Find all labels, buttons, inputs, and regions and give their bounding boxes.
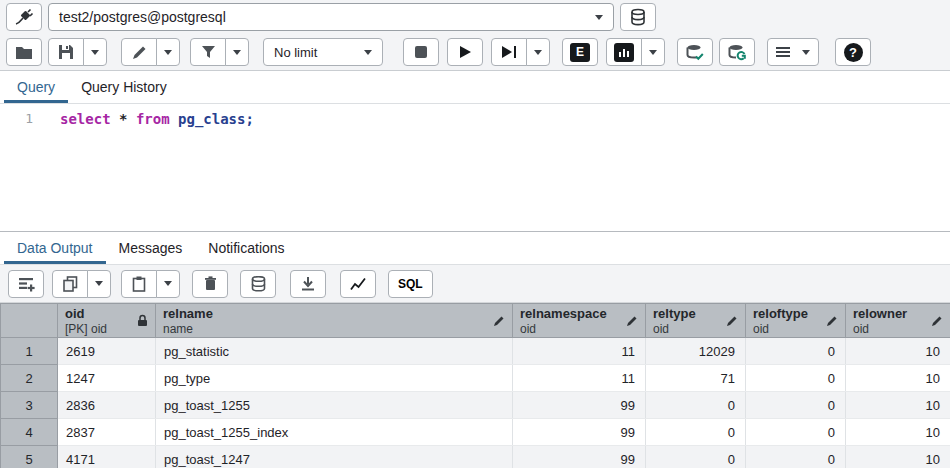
column-header-oid[interactable]: oid [PK] oid [58, 304, 156, 338]
download-csv-button[interactable] [290, 270, 326, 298]
play-cursor-icon [501, 45, 517, 59]
row-number[interactable]: 3 [1, 392, 58, 419]
cell-relnamespace[interactable]: 99 [513, 392, 646, 419]
column-type: [PK] oid [65, 322, 107, 336]
query-tool-plug-icon [14, 8, 34, 26]
copy-button[interactable] [52, 270, 88, 298]
tab-data-output-label: Data Output [17, 240, 93, 256]
cancel-query-button[interactable] [403, 38, 439, 66]
sql-keyword: select [60, 111, 111, 127]
edit-menu-button[interactable] [121, 38, 157, 66]
paste-options-button[interactable] [156, 270, 180, 298]
execute-options-button[interactable] [526, 38, 550, 66]
cell-reloftype[interactable]: 0 [746, 419, 846, 446]
delete-row-button[interactable] [192, 270, 228, 298]
edit-column-icon[interactable] [493, 315, 505, 327]
cell-relname[interactable]: pg_statistic [156, 338, 513, 365]
row-number[interactable]: 2 [1, 365, 58, 392]
sql-button[interactable]: SQL [388, 270, 433, 298]
results-panel: Data Output Messages Notifications [0, 231, 950, 468]
column-header-reloftype[interactable]: reloftype oid [746, 304, 846, 338]
cell-relname[interactable]: pg_toast_1255 [156, 392, 513, 419]
edit-column-icon[interactable] [626, 315, 638, 327]
paste-button[interactable] [121, 270, 157, 298]
edit-menu-caret-button[interactable] [156, 38, 180, 66]
cell-reloftype[interactable]: 0 [746, 365, 846, 392]
chevron-down-icon [233, 50, 241, 55]
row-number[interactable]: 1 [1, 338, 58, 365]
new-connection-button[interactable] [620, 3, 656, 31]
cell-oid[interactable]: 4171 [58, 446, 156, 468]
tab-messages[interactable]: Messages [106, 232, 196, 264]
column-header-relnamespace[interactable]: relnamespace oid [513, 304, 646, 338]
explain-analyze-button[interactable] [606, 38, 642, 66]
filter-menu-button[interactable] [225, 38, 249, 66]
cell-relowner[interactable]: 10 [846, 392, 950, 419]
sql-operator: * [111, 111, 136, 127]
column-header-reltype[interactable]: reltype oid [646, 304, 746, 338]
cell-relnamespace[interactable]: 99 [513, 419, 646, 446]
row-number[interactable]: 5 [1, 446, 58, 468]
column-header-relowner[interactable]: relowner oid [846, 304, 950, 338]
save-button[interactable] [48, 38, 84, 66]
save-menu-button[interactable] [83, 38, 107, 66]
cell-relname[interactable]: pg_toast_1255_index [156, 419, 513, 446]
help-button[interactable]: ? [835, 38, 871, 66]
tab-query[interactable]: Query [4, 71, 68, 103]
copy-options-button[interactable] [87, 270, 111, 298]
cell-relowner[interactable]: 10 [846, 365, 950, 392]
query-tool-connection-button[interactable] [6, 3, 42, 31]
save-data-button[interactable] [240, 270, 276, 298]
row-limit-select[interactable]: No limit [263, 38, 383, 66]
data-output-grid: oid [PK] oid [0, 303, 950, 468]
cell-relnamespace[interactable]: 11 [513, 338, 646, 365]
connection-select[interactable]: test2/postgres@postgresql [48, 3, 614, 31]
cell-reltype[interactable]: 0 [646, 419, 746, 446]
tab-notifications[interactable]: Notifications [195, 232, 297, 264]
cell-relname[interactable]: pg_toast_1247 [156, 446, 513, 468]
cell-reloftype[interactable]: 0 [746, 446, 846, 468]
execute-script-button[interactable] [491, 38, 527, 66]
filter-button[interactable] [190, 38, 226, 66]
tab-messages-label: Messages [119, 240, 183, 256]
rollback-button[interactable] [719, 38, 755, 66]
list-icon [776, 46, 790, 58]
cell-relnamespace[interactable]: 11 [513, 365, 646, 392]
execute-button[interactable] [447, 38, 483, 66]
edit-column-icon[interactable] [931, 315, 943, 327]
cell-reltype[interactable]: 0 [646, 392, 746, 419]
cell-oid[interactable]: 2836 [58, 392, 156, 419]
sql-editor[interactable]: 1 select * from pg_class; [0, 104, 950, 231]
table-row: 1 2619 pg_statistic 11 12029 0 10 [1, 338, 950, 365]
cell-reloftype[interactable]: 0 [746, 338, 846, 365]
cell-reltype[interactable]: 0 [646, 446, 746, 468]
column-name: reltype [653, 306, 696, 322]
explain-button[interactable]: E [562, 38, 598, 66]
cell-relowner[interactable]: 10 [846, 446, 950, 468]
row-number[interactable]: 4 [1, 419, 58, 446]
cell-relowner[interactable]: 10 [846, 419, 950, 446]
cell-reltype[interactable]: 71 [646, 365, 746, 392]
macros-menu-button[interactable] [767, 38, 819, 66]
cell-relnamespace[interactable]: 99 [513, 446, 646, 468]
tab-query-history[interactable]: Query History [68, 71, 180, 103]
chevron-down-icon [164, 281, 172, 286]
column-header-relname[interactable]: relname name [156, 304, 513, 338]
edit-column-icon[interactable] [726, 315, 738, 327]
cell-relowner[interactable]: 10 [846, 338, 950, 365]
editor-code-line[interactable]: select * from pg_class; [46, 104, 254, 231]
cell-oid[interactable]: 1247 [58, 365, 156, 392]
add-row-button[interactable] [8, 270, 44, 298]
commit-button[interactable] [677, 38, 713, 66]
cell-relname[interactable]: pg_type [156, 365, 513, 392]
cell-reloftype[interactable]: 0 [746, 392, 846, 419]
grid-corner-cell[interactable] [1, 304, 58, 338]
cell-oid[interactable]: 2619 [58, 338, 156, 365]
cell-reltype[interactable]: 12029 [646, 338, 746, 365]
graph-visualiser-button[interactable] [340, 270, 376, 298]
cell-oid[interactable]: 2837 [58, 419, 156, 446]
explain-options-button[interactable] [641, 38, 665, 66]
edit-column-icon[interactable] [826, 315, 838, 327]
tab-data-output[interactable]: Data Output [4, 232, 106, 264]
open-file-button[interactable] [6, 38, 42, 66]
